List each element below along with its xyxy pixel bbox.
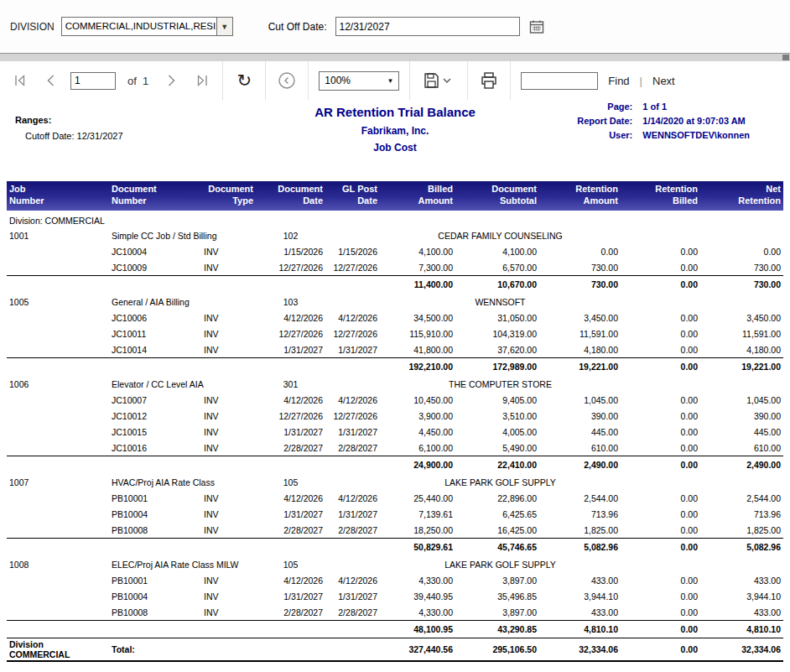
subtotal-row: 50,829.6145,746.655,082.960.005,082.96 [7, 539, 783, 556]
job-header-row: 1007HVAC/Proj AIA Rate Class105LAKE PARK… [7, 474, 783, 491]
column-header: GL PostDate [325, 181, 380, 211]
last-page-button[interactable] [190, 70, 212, 91]
detail-row: PB10004INV1/31/20271/31/202739,440.9535,… [7, 589, 783, 605]
report-table-body: Division: COMMERCIAL1001Simple CC Job / … [7, 211, 783, 662]
report-date-label: Report Date: [577, 116, 632, 126]
detail-row: JC10011INV12/27/202612/27/2026115,910.00… [7, 326, 783, 342]
detail-row: PB10001INV4/12/20264/12/20264,330.003,89… [7, 573, 783, 589]
chevron-down-icon[interactable]: ▼ [216, 18, 232, 35]
job-header-row: 1001Simple CC Job / Std Billing102CEDAR … [7, 227, 783, 244]
report-header: Ranges: Cutoff Date: 12/31/2027 AR Reten… [0, 100, 790, 181]
job-header-row: 1005General / AIA Billing103WENNSOFT [7, 294, 783, 310]
cutoff-date-input[interactable] [335, 17, 520, 36]
zoom-select[interactable]: 100% ▼ [319, 71, 399, 91]
find-next-button[interactable]: Next [651, 75, 677, 87]
division-total-row: Division COMMERCIALTotal:327,440.56295,1… [7, 638, 783, 662]
splitter-bar[interactable] [0, 54, 790, 61]
column-header: DocumentDate [256, 181, 325, 211]
module-name: Job Cost [0, 142, 790, 154]
detail-row: JC10012INV12/27/202612/27/20263,900.003,… [7, 409, 783, 425]
print-group [468, 61, 511, 100]
of-label: of 1 [124, 75, 152, 87]
zoom-value: 100% [325, 75, 351, 86]
back-icon[interactable] [276, 70, 298, 91]
detail-row: PB10008INV2/28/20272/28/20274,330.003,89… [7, 605, 783, 621]
parameter-bar: DIVISION COMMERCIAL,INDUSTRIAL,RESID ▼ C… [0, 0, 790, 54]
job-header-row: 1006Elevator / CC Level AIA301THE COMPUT… [7, 376, 783, 393]
zoom-group: 100% ▼ [309, 61, 410, 100]
detail-row: JC10006INV4/12/20264/12/202634,500.0031,… [7, 310, 783, 326]
division-row: Division: COMMERCIAL [7, 211, 783, 227]
subtotal-row: 24,900.0022,410.002,490.000.002,490.00 [7, 456, 783, 474]
division-dropdown-value: COMMERCIAL,INDUSTRIAL,RESID [62, 18, 216, 35]
detail-row: JC10009INV12/27/202612/27/20267,300.006,… [7, 260, 783, 276]
column-header: DocumentNumber [109, 181, 201, 211]
first-page-button[interactable] [10, 70, 32, 91]
detail-row: JC10015INV1/31/20271/31/20274,450.004,00… [7, 425, 783, 440]
zoom-dropdown-arrow-icon: ▼ [387, 77, 393, 85]
column-header: DocumentSubtotal [455, 181, 539, 211]
user-label: User: [577, 130, 632, 140]
back-group [266, 61, 309, 100]
column-header: JobNumber [7, 181, 109, 211]
subtotal-row: 11,400.0010,670.00730.000.00730.00 [7, 276, 783, 294]
export-group [410, 61, 468, 100]
division-label: DIVISION [10, 21, 55, 33]
report-table: JobNumberDocumentNumberDocumentTypeDocum… [7, 181, 783, 662]
detail-row: JC10007INV4/12/20264/12/202610,450.009,4… [7, 393, 783, 409]
detail-row: PB10008INV2/28/20272/28/202718,250.0016,… [7, 523, 783, 539]
user-value: WENNSOFTDEV\konnen [642, 130, 750, 140]
save-export-icon[interactable] [420, 70, 457, 91]
report-date-value: 1/14/2020 at 9:07:03 AM [642, 116, 750, 126]
report-meta: Page: 1 of 1 Report Date: 1/14/2020 at 9… [577, 102, 750, 140]
previous-page-button[interactable] [40, 70, 62, 91]
printer-icon[interactable] [478, 70, 500, 91]
detail-row: JC10014INV1/31/20271/31/202741,800.0037,… [7, 342, 783, 358]
subtotal-row: 48,100.9543,290.854,810.100.004,810.10 [7, 621, 783, 638]
detail-row: JC10004INV1/15/20261/15/20264,100.004,10… [7, 244, 783, 260]
column-header: DocumentType [201, 181, 256, 211]
page-nav-group: of 1 [0, 61, 223, 100]
subtotal-row: 192,210.00172,989.0019,221.000.0019,221.… [7, 358, 783, 376]
report-viewer: Ranges: Cutoff Date: 12/31/2027 AR Reten… [0, 100, 790, 662]
next-page-button[interactable] [160, 70, 182, 91]
find-separator: | [640, 75, 642, 87]
page-value: 1 of 1 [642, 102, 750, 112]
find-group: Find | Next [511, 61, 686, 100]
detail-row: JC10016INV2/28/20272/28/20276,100.005,49… [7, 440, 783, 456]
report-toolbar: of 1 ↻ 100% ▼ [0, 61, 790, 100]
column-header: NetRetention [700, 181, 783, 211]
detail-row: PB10004INV1/31/20271/31/20277,139.616,42… [7, 507, 783, 523]
total-pages: 1 [143, 75, 148, 87]
detail-row: PB10001INV4/12/20264/12/202625,440.0022,… [7, 491, 783, 507]
page-number-input[interactable] [70, 72, 116, 90]
page-label: Page: [577, 102, 632, 112]
column-header: RetentionAmount [539, 181, 621, 211]
splitter-handle[interactable] [782, 55, 789, 60]
find-input[interactable] [521, 72, 598, 90]
job-header-row: 1008ELEC/Proj AIA Rate Class MILW105LAKE… [7, 556, 783, 573]
find-button[interactable]: Find [606, 75, 631, 87]
column-header: BilledAmount [380, 181, 455, 211]
report-table-head: JobNumberDocumentNumberDocumentTypeDocum… [7, 181, 783, 211]
column-header: RetentionBilled [621, 181, 700, 211]
refresh-group: ↻ [223, 61, 266, 100]
refresh-icon[interactable]: ↻ [233, 70, 255, 91]
calendar-icon[interactable] [528, 18, 545, 35]
division-dropdown[interactable]: COMMERCIAL,INDUSTRIAL,RESID ▼ [61, 17, 233, 36]
cutoff-date-label: Cut Off Date: [268, 21, 327, 33]
